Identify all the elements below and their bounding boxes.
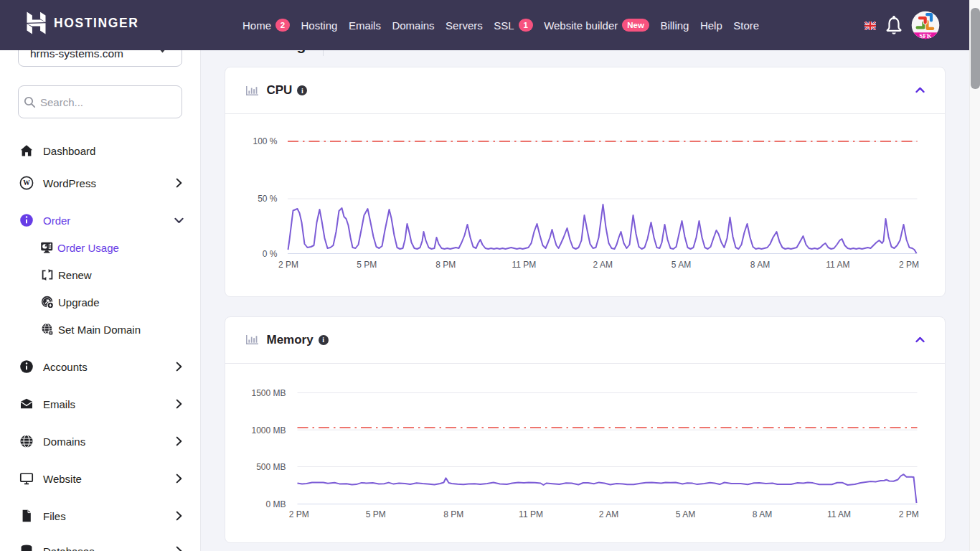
svg-text:11 PM: 11 PM <box>519 509 543 519</box>
svg-text:2 PM: 2 PM <box>288 509 308 519</box>
svg-text:2 PM: 2 PM <box>898 260 918 270</box>
svg-text:8 AM: 8 AM <box>752 509 771 519</box>
svg-text:2 AM: 2 AM <box>593 260 612 270</box>
svg-text:5 PM: 5 PM <box>357 260 377 270</box>
svg-text:1500 MB: 1500 MB <box>251 387 286 397</box>
svg-text:1000 MB: 1000 MB <box>251 425 286 435</box>
svg-text:8 AM: 8 AM <box>750 260 769 270</box>
svg-text:5 AM: 5 AM <box>675 509 694 519</box>
svg-text:0 %: 0 % <box>262 249 277 259</box>
svg-text:W: W <box>23 179 30 187</box>
svg-text:50 %: 50 % <box>258 194 278 204</box>
svg-text:8 PM: 8 PM <box>443 509 463 519</box>
svg-text:8 PM: 8 PM <box>435 260 456 270</box>
svg-text:0 MB: 0 MB <box>265 499 286 509</box>
svg-text:500 MB: 500 MB <box>256 461 286 471</box>
svg-text:11 PM: 11 PM <box>512 260 536 270</box>
svg-text:2 PM: 2 PM <box>898 509 918 519</box>
svg-text:5 PM: 5 PM <box>365 509 385 519</box>
svg-text:11 AM: 11 AM <box>826 260 849 270</box>
svg-text:2 PM: 2 PM <box>278 260 298 270</box>
svg-text:100 %: 100 % <box>253 136 277 146</box>
svg-text:5 AM: 5 AM <box>671 260 690 270</box>
svg-text:2 AM: 2 AM <box>598 509 618 519</box>
svg-text:SFK: SFK <box>919 32 932 39</box>
svg-text:11 AM: 11 AM <box>826 509 850 519</box>
